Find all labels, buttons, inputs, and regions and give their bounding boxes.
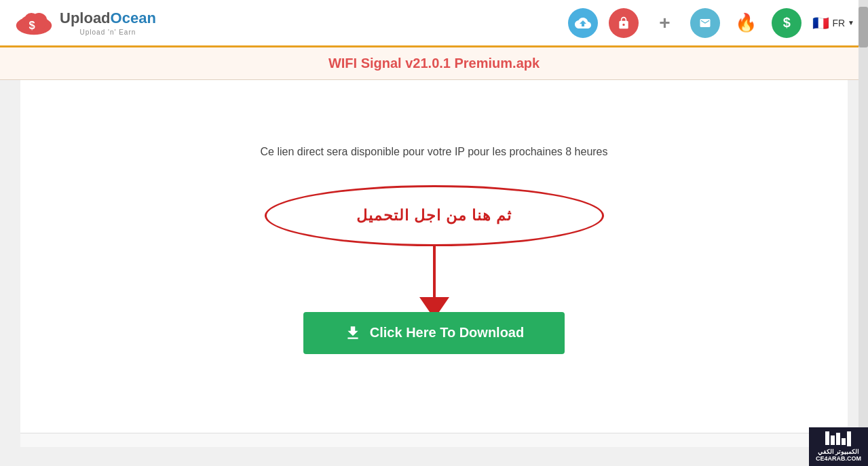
wm-bar-5 [847, 431, 851, 446]
plus-nav-button[interactable]: + [649, 8, 679, 38]
oval-container: ثم هنا من اجل التحميل Click Here To Down… [265, 185, 604, 354]
logo-text: UploadOcean [60, 9, 156, 27]
chevron-down-icon: ▼ [848, 19, 854, 26]
wm-bar-4 [842, 438, 846, 445]
arrow-container [419, 246, 449, 319]
description-text: Ce lien direct sera disponible pour votr… [261, 146, 608, 158]
logo-icon: $ [14, 6, 54, 40]
mail-nav-button[interactable] [690, 8, 720, 38]
fire-nav-button[interactable]: 🔥 [731, 8, 761, 38]
page-title: WIFI Signal v21.0.1 Premium.apk [14, 56, 854, 71]
security-nav-button[interactable] [609, 8, 639, 38]
download-button[interactable]: Click Here To Download [303, 312, 565, 354]
upload-nav-button[interactable] [568, 8, 598, 38]
logo-area: $ UploadOcean Upload 'n' Earn [14, 6, 156, 40]
main-content: Ce lien direct sera disponible pour votr… [20, 80, 848, 433]
wm-bar-3 [836, 433, 840, 445]
download-icon [344, 324, 362, 342]
watermark-line1: الكمبيوتر الكفي [818, 448, 860, 455]
watermark-line2: CE4ARAB.COM [816, 455, 861, 462]
oval-download-button[interactable]: ثم هنا من اجل التحميل [265, 185, 604, 246]
svg-text:$: $ [29, 19, 35, 31]
fire-icon: 🔥 [735, 12, 757, 33]
dollar-icon: $ [783, 15, 791, 31]
logo-upload: Upload [60, 9, 111, 26]
bottom-area [20, 433, 848, 447]
language-selector[interactable]: 🇫🇷 FR ▼ [812, 15, 854, 31]
plus-icon: + [659, 14, 670, 33]
cloud-upload-icon [575, 15, 591, 31]
watermark-logo: الكمبيوتر الكفي CE4ARAB.COM [816, 431, 861, 462]
watermark-icon [825, 431, 851, 446]
lang-label: FR [832, 18, 845, 28]
flag-icon: 🇫🇷 [812, 15, 829, 31]
arrow-line [433, 244, 436, 298]
mail-icon [698, 17, 713, 29]
nav-icons: + 🔥 $ 🇫🇷 FR ▼ [568, 8, 854, 38]
scrollbar-thumb[interactable] [858, 7, 868, 47]
logo-ocean: Ocean [111, 9, 156, 26]
header: $ UploadOcean Upload 'n' Earn + [0, 0, 868, 47]
title-bar: WIFI Signal v21.0.1 Premium.apk [0, 47, 868, 80]
wm-bar-1 [825, 431, 829, 445]
dollar-nav-button[interactable]: $ [772, 8, 801, 38]
download-button-label: Click Here To Download [370, 325, 524, 341]
oval-text: ثم هنا من اجل التحميل [356, 207, 512, 225]
logo-subtitle: Upload 'n' Earn [60, 28, 156, 36]
wm-bar-2 [831, 435, 835, 445]
lock-icon [617, 16, 630, 31]
logo-text-container: UploadOcean Upload 'n' Earn [60, 9, 156, 36]
scrollbar[interactable] [858, 0, 868, 466]
watermark: الكمبيوتر الكفي CE4ARAB.COM [809, 427, 868, 466]
